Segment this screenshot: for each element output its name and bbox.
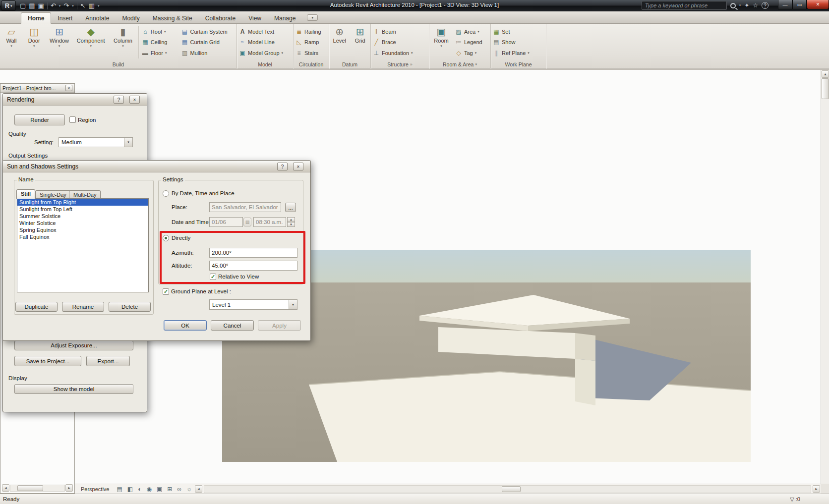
crop-region-icon[interactable]: ⊞ bbox=[167, 486, 172, 493]
list-item[interactable]: Summer Solstice bbox=[17, 213, 148, 220]
cancel-button[interactable]: Cancel bbox=[211, 320, 254, 331]
scroll-right-icon[interactable]: ► bbox=[813, 485, 820, 493]
apply-button[interactable]: Apply bbox=[258, 320, 301, 331]
close-icon[interactable]: × bbox=[65, 85, 72, 91]
crop-view-icon[interactable]: ▣ bbox=[157, 486, 162, 493]
beam-button[interactable]: I Beam bbox=[371, 28, 429, 36]
panel-expand-icon[interactable]: » bbox=[410, 62, 413, 67]
chevron-down-icon[interactable]: ▾ bbox=[475, 62, 477, 66]
list-item[interactable]: Winter Solstice bbox=[17, 220, 148, 226]
column-button[interactable]: ▮ Column ▾ bbox=[109, 24, 137, 60]
tab-insert[interactable]: Insert bbox=[51, 13, 79, 23]
model-text-button[interactable]: A Model Text bbox=[237, 28, 293, 36]
quality-setting-dropdown[interactable]: Medium ▾ bbox=[59, 137, 133, 147]
adjust-exposure-button[interactable]: Adjust Exposure... bbox=[14, 340, 133, 350]
redo-icon[interactable]: ↷ bbox=[63, 2, 69, 9]
help-icon[interactable]: ? bbox=[277, 163, 288, 170]
chevron-down-icon[interactable]: ▾ bbox=[124, 138, 132, 147]
panel-caption-work-plane[interactable]: Work Plane bbox=[491, 60, 546, 68]
chevron-down-icon[interactable]: ▾ bbox=[33, 44, 35, 48]
panel-caption-circulation[interactable]: Circulation bbox=[294, 60, 329, 68]
undo-dropdown-icon[interactable]: ▾ bbox=[59, 4, 61, 8]
tab-single-day[interactable]: Single-Day bbox=[35, 190, 71, 199]
open-icon[interactable]: ▤ bbox=[29, 2, 35, 9]
legend-button[interactable]: ≔ Legend bbox=[453, 38, 490, 46]
ribbon-minimize-button[interactable]: ▾ bbox=[307, 14, 318, 21]
scroll-up-icon[interactable]: ▲ bbox=[822, 70, 829, 78]
horizontal-scroll-thumb[interactable] bbox=[502, 486, 521, 492]
mullion-button[interactable]: ▥ Mullion bbox=[179, 49, 237, 57]
scroll-left-icon[interactable]: ◄ bbox=[2, 484, 9, 492]
chevron-down-icon[interactable]: ▾ bbox=[10, 44, 12, 48]
tab-home[interactable]: Home bbox=[21, 12, 51, 24]
chevron-down-icon[interactable]: ▾ bbox=[165, 51, 167, 55]
modify-pointer-icon[interactable]: ↖ bbox=[80, 2, 86, 9]
model-group-button[interactable]: ▣ Model Group ▾ bbox=[237, 49, 293, 57]
filter-icon[interactable]: ▽ bbox=[790, 496, 794, 503]
rename-button[interactable]: Rename bbox=[62, 302, 104, 312]
vertical-scrollbar[interactable]: ▲ ▼ bbox=[821, 70, 829, 494]
ref-plane-button[interactable]: ∥ Ref Plane ▾ bbox=[491, 49, 546, 57]
panel-caption-room-area[interactable]: Room & Area ▾ bbox=[429, 60, 490, 68]
help-icon[interactable]: ? bbox=[762, 2, 769, 9]
panel-caption-datum[interactable]: Datum bbox=[329, 60, 370, 68]
render-button[interactable]: Render bbox=[14, 114, 65, 125]
wall-button[interactable]: ▱ Wall ▾ bbox=[0, 24, 23, 60]
help-icon[interactable]: ? bbox=[114, 96, 124, 104]
close-button[interactable]: × bbox=[807, 0, 829, 9]
project-browser-title-bar[interactable]: Project1 - Project bro... × bbox=[0, 84, 74, 93]
save-to-project-button[interactable]: Save to Project... bbox=[14, 356, 81, 366]
door-button[interactable]: ◫ Door ▾ bbox=[23, 24, 46, 60]
ramp-button[interactable]: ◺ Ramp bbox=[294, 38, 329, 46]
ceiling-button[interactable]: ▦ Ceiling bbox=[140, 38, 179, 46]
favorites-icon[interactable]: ☆ bbox=[753, 2, 758, 8]
by-date-radio[interactable] bbox=[163, 190, 169, 197]
ok-button[interactable]: OK bbox=[164, 320, 207, 331]
tab-massing-site[interactable]: Massing & Site bbox=[146, 13, 199, 23]
chevron-down-icon[interactable]: ▾ bbox=[90, 44, 92, 48]
component-button[interactable]: ◆ Component ▾ bbox=[73, 24, 109, 60]
scroll-left-icon[interactable]: ◄ bbox=[195, 485, 202, 493]
date-field[interactable] bbox=[209, 217, 243, 227]
window-button[interactable]: ⊞ Window ▾ bbox=[46, 24, 73, 60]
tab-view[interactable]: View bbox=[242, 13, 268, 23]
chevron-down-icon[interactable]: ▾ bbox=[475, 51, 477, 55]
foundation-button[interactable]: ⊥ Foundation ▾ bbox=[371, 49, 429, 57]
panel-caption-build[interactable]: Build bbox=[0, 60, 237, 68]
roof-button[interactable]: ⌂ Roof ▾ bbox=[140, 28, 179, 36]
list-item[interactable]: Spring Equinox bbox=[17, 226, 148, 233]
chevron-down-icon[interactable]: ▾ bbox=[440, 44, 442, 48]
list-item[interactable]: Fall Equinox bbox=[17, 233, 148, 240]
region-checkbox[interactable] bbox=[69, 116, 76, 123]
model-graphics-style-icon[interactable]: ◧ bbox=[127, 486, 133, 493]
spin-up-icon[interactable]: ▲ bbox=[287, 217, 295, 222]
tab-annotate[interactable]: Annotate bbox=[79, 13, 116, 23]
delete-button[interactable]: Delete bbox=[109, 302, 151, 312]
close-icon[interactable]: × bbox=[129, 96, 140, 104]
curtain-grid-button[interactable]: ▦ Curtain Grid bbox=[179, 38, 237, 46]
panel-caption-structure[interactable]: Structure » bbox=[371, 60, 429, 68]
area-button[interactable]: ▨ Area ▾ bbox=[453, 28, 490, 36]
list-item[interactable]: Sunlight from Top Right bbox=[17, 199, 148, 206]
calendar-icon[interactable]: ▤ bbox=[243, 218, 251, 226]
browser-horizontal-scrollbar[interactable]: ◄ ► bbox=[1, 484, 73, 492]
minimize-button[interactable]: — bbox=[778, 0, 792, 9]
shadows-icon[interactable]: ◐ bbox=[138, 486, 141, 493]
model-line-button[interactable]: ≈ Model Line bbox=[237, 38, 293, 46]
curtain-system-button[interactable]: ▤ Curtain System bbox=[179, 28, 237, 36]
scroll-right-icon[interactable]: ► bbox=[65, 484, 73, 492]
chevron-down-icon[interactable]: ▾ bbox=[411, 51, 413, 55]
chevron-down-icon[interactable]: ▾ bbox=[289, 300, 297, 309]
sun-preset-list[interactable]: Sunlight from Top Right Sunlight from To… bbox=[17, 198, 149, 292]
show-the-model-button[interactable]: Show the model bbox=[14, 384, 133, 394]
sun-dialog-title-bar[interactable]: Sun and Shadows Settings bbox=[3, 161, 310, 172]
brace-button[interactable]: ╱ Brace bbox=[371, 38, 429, 46]
tab-modify[interactable]: Modify bbox=[116, 13, 146, 23]
chevron-down-icon[interactable]: ▾ bbox=[282, 51, 284, 55]
tab-multi-day[interactable]: Multi-Day bbox=[69, 190, 101, 199]
chevron-down-icon[interactable]: ▾ bbox=[122, 44, 124, 48]
chevron-down-icon[interactable]: ▾ bbox=[59, 44, 60, 48]
chevron-down-icon[interactable]: ▾ bbox=[164, 30, 166, 34]
duplicate-button[interactable]: Duplicate bbox=[15, 302, 58, 312]
grid-button[interactable]: ⊞ Grid bbox=[350, 24, 371, 60]
